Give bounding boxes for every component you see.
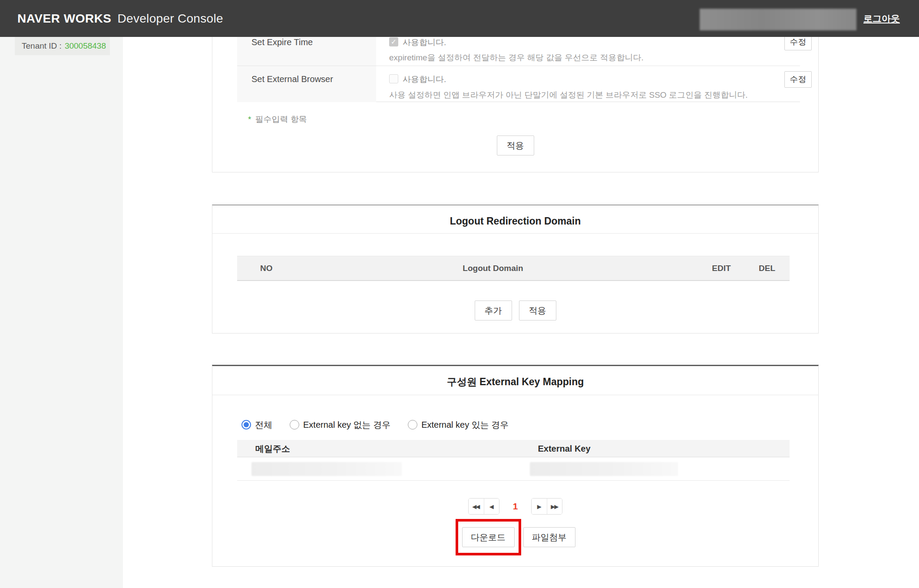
external-key-table-header: 메일주소 External Key	[237, 440, 790, 457]
download-button[interactable]: 다운로드	[462, 527, 515, 547]
setting-label-external-browser: Set External Browser	[251, 74, 333, 84]
current-page-number: 1	[513, 501, 518, 512]
external-browser-edit-button[interactable]: 수정	[784, 71, 812, 88]
external-key-mapping-panel: 구성원 External Key Mapping 전체 External key…	[212, 365, 819, 567]
radio-selected-icon[interactable]	[241, 420, 251, 429]
external-key-filter-group: 전체 External key 없는 경우 External key 있는 경우	[241, 416, 509, 433]
pagination-forward-group: ▶ ▶▶	[531, 498, 562, 515]
tenant-id-value: 300058438	[65, 41, 106, 51]
external-key-mapping-title: 구성원 External Key Mapping	[212, 366, 818, 389]
pagination-back-group: ◀◀ ◀	[468, 498, 499, 515]
radio-unselected-icon[interactable]	[408, 420, 417, 429]
brand-naver-works: NAVER WORKS	[17, 12, 112, 26]
redacted-account-info	[700, 9, 856, 30]
expire-time-checkbox-label: 사용합니다.	[403, 37, 446, 48]
next-page-button[interactable]: ▶	[532, 499, 547, 514]
radio-unselected-icon[interactable]	[290, 420, 299, 429]
required-note-text: 필수입력 항목	[255, 115, 307, 124]
filter-all-label: 전체	[255, 419, 272, 431]
filter-without-external-key-label: External key 없는 경우	[303, 419, 390, 431]
column-email: 메일주소	[255, 443, 290, 454]
filter-with-external-key-label: External key 있는 경우	[421, 419, 509, 431]
redacted-email-cell	[251, 462, 402, 476]
logout-redirection-title: Logout Redirection Domain	[212, 205, 818, 227]
last-page-button[interactable]: ▶▶	[547, 499, 562, 514]
tenant-id-box: Tenant ID : 300058438	[15, 37, 110, 55]
add-domain-button[interactable]: 추가	[475, 301, 512, 320]
pagination: ◀◀ ◀ 1 ▶ ▶▶	[212, 498, 818, 515]
redacted-external-key-cell	[530, 462, 678, 476]
expire-time-checkbox[interactable]: ✓	[389, 37, 398, 46]
required-field-note: *필수입력 항목	[248, 114, 307, 125]
filter-without-external-key[interactable]: External key 없는 경우	[290, 419, 390, 431]
title-divider	[212, 395, 818, 395]
external-key-table: 메일주소 External Key	[237, 440, 790, 481]
sso-settings-table: Set Expire Time ✓ 사용합니다. expiretime을 설정하…	[237, 37, 800, 102]
table-row	[237, 457, 790, 481]
external-browser-checkbox[interactable]	[389, 74, 398, 83]
first-page-button[interactable]: ◀◀	[469, 499, 484, 514]
sso-apply-button[interactable]: 적용	[497, 135, 534, 155]
app-header: NAVER WORKS Developer Console 로그아웃	[0, 0, 919, 37]
sidebar: Tenant ID : 300058438	[0, 37, 123, 588]
column-logout-domain: Logout Domain	[463, 264, 523, 273]
expire-time-description: expiretime을 설정하여 전달하는 경우 해당 값을 우선으로 적용합니…	[389, 52, 644, 63]
column-del: DEL	[759, 264, 775, 273]
logout-link[interactable]: 로그아웃	[863, 0, 900, 37]
filter-all[interactable]: 전체	[241, 419, 272, 431]
column-no: NO	[260, 264, 273, 273]
file-attach-button[interactable]: 파일첨부	[523, 527, 575, 547]
column-edit: EDIT	[712, 264, 731, 273]
title-divider	[212, 233, 818, 234]
sso-settings-panel: Set Expire Time ✓ 사용합니다. expiretime을 설정하…	[212, 37, 819, 172]
previous-page-button[interactable]: ◀	[484, 499, 499, 514]
external-browser-checkbox-label: 사용합니다.	[403, 74, 446, 85]
brand-logo: NAVER WORKS Developer Console	[17, 12, 223, 26]
column-external-key: External Key	[538, 443, 590, 453]
apply-domain-button[interactable]: 적용	[519, 301, 556, 320]
filter-with-external-key[interactable]: External key 있는 경우	[408, 419, 509, 431]
brand-developer-console: Developer Console	[118, 12, 223, 26]
required-asterisk: *	[248, 115, 251, 124]
tenant-id-label: Tenant ID :	[22, 41, 62, 51]
logout-redirection-panel: Logout Redirection Domain NO Logout Doma…	[212, 205, 819, 334]
logout-domain-table-header: NO Logout Domain EDIT DEL	[237, 256, 790, 281]
setting-label-expire-time: Set Expire Time	[251, 37, 313, 47]
external-key-actions: 다운로드 파일첨부	[212, 519, 818, 555]
logout-domain-actions: 추가 적용	[212, 301, 818, 320]
external-browser-description: 사용 설정하면 인앱 브라우저가 아닌 단말기에 설정된 기본 브라우저로 SS…	[389, 89, 747, 101]
annotation-highlight-box: 다운로드	[456, 519, 521, 555]
